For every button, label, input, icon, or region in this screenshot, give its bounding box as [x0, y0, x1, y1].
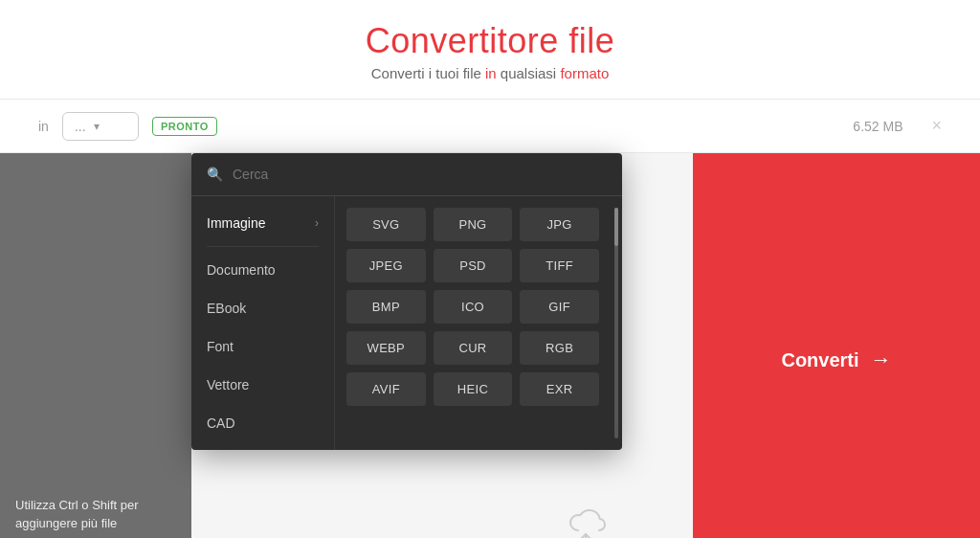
format-btn-jpeg[interactable]: JPEG [346, 249, 426, 282]
main-area: Utilizza Ctrl o Shift per aggiungere più… [0, 153, 980, 538]
category-label: Immagine [207, 215, 265, 231]
scrollbar-thumb [614, 208, 618, 246]
format-btn-exr[interactable]: EXR [520, 372, 599, 406]
convert-button-label: Converti [781, 349, 858, 371]
hint-text: Utilizza Ctrl o Shift per aggiungere più… [15, 496, 176, 539]
subtitle-format: formato [560, 65, 609, 81]
subtitle-static: Converti i tuoi file [371, 65, 485, 81]
search-icon: 🔍 [207, 167, 223, 182]
page-title: Convertitore file [0, 21, 980, 61]
category-label: CAD [207, 415, 235, 431]
header: Convertitore file Converti i tuoi file i… [0, 0, 980, 100]
toolbar-in-label: in [38, 119, 49, 134]
subtitle-middle: qualsiasi [497, 65, 561, 81]
category-item-font[interactable]: Font [191, 327, 334, 366]
category-item-documento[interactable]: Documento [191, 251, 334, 289]
search-input[interactable] [233, 167, 607, 182]
convert-arrow-icon: → [871, 347, 892, 372]
format-btn-webp[interactable]: WEBP [346, 331, 426, 365]
format-btn-bmp[interactable]: BMP [346, 290, 426, 324]
category-item-ebook[interactable]: EBook [191, 289, 334, 327]
convert-button[interactable]: Converti → [693, 153, 980, 538]
format-grid: SVG PNG JPG JPEG PSD TIFF BMP ICO GIF WE… [335, 196, 611, 450]
format-btn-png[interactable]: PNG [434, 208, 513, 241]
category-item-cad[interactable]: CAD [191, 404, 334, 442]
left-panel: Utilizza Ctrl o Shift per aggiungere più… [0, 153, 191, 538]
close-button[interactable]: × [931, 116, 942, 136]
toolbar: in ... ▾ PRONTO 6.52 MB × [0, 100, 980, 153]
category-label: Font [207, 339, 234, 354]
format-btn-tiff[interactable]: TIFF [520, 249, 599, 282]
category-label: EBook [207, 301, 246, 316]
format-btn-avif[interactable]: AVIF [346, 372, 426, 406]
category-divider [207, 246, 319, 247]
format-btn-cur[interactable]: CUR [434, 331, 513, 365]
category-arrow-icon: › [315, 216, 319, 230]
format-btn-ico[interactable]: ICO [434, 290, 513, 324]
format-btn-heic[interactable]: HEIC [434, 372, 513, 406]
scrollbar-track[interactable] [614, 208, 618, 438]
format-selector-text: ... [75, 119, 86, 134]
format-selector-dropdown[interactable]: ... ▾ [62, 112, 139, 141]
category-label: Documento [207, 262, 276, 278]
subtitle-in: in [485, 65, 497, 81]
status-badge: PRONTO [152, 117, 217, 136]
file-size: 6.52 MB [853, 119, 902, 134]
category-item-immagine[interactable]: Immagine › [191, 204, 334, 242]
format-btn-psd[interactable]: PSD [434, 249, 513, 282]
category-list: Immagine › Documento EBook Font Vettore … [191, 196, 335, 450]
cloud-upload-icon [557, 500, 614, 538]
format-btn-rgb[interactable]: RGB [520, 331, 599, 365]
page-subtitle: Converti i tuoi file in qualsiasi format… [0, 65, 980, 81]
format-btn-svg[interactable]: SVG [346, 208, 426, 241]
chevron-down-icon: ▾ [94, 120, 100, 133]
search-bar: 🔍 [191, 153, 622, 196]
format-btn-gif[interactable]: GIF [520, 290, 599, 324]
dropdown-content: Immagine › Documento EBook Font Vettore … [191, 196, 622, 450]
format-btn-jpg[interactable]: JPG [520, 208, 599, 241]
format-dropdown: 🔍 Immagine › Documento EBook Font [191, 153, 622, 450]
category-label: Vettore [207, 377, 249, 392]
category-item-vettore[interactable]: Vettore [191, 366, 334, 404]
